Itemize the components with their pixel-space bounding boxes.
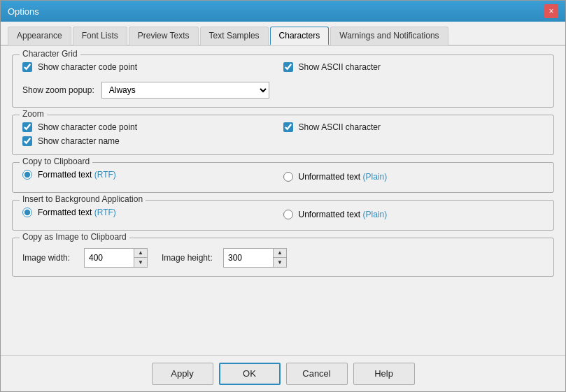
image-width-buttons: ▲ ▼ [134,249,147,267]
insert-background-label: Insert to Background Application [20,194,146,204]
insert-formatted-radio[interactable] [22,208,32,217]
image-height-down[interactable]: ▼ [274,258,286,267]
insert-background-group: Insert to Background Application Formatt… [12,200,554,231]
close-button[interactable]: × [544,4,558,18]
tab-text-samples[interactable]: Text Samples [200,27,269,45]
insert-formatted-text: Formatted text [38,208,94,217]
footer: Apply OK Cancel Help [1,355,565,391]
show-ascii-checkbox[interactable] [283,62,293,72]
options-window: Options × Appearance Font Lists Preview … [0,0,566,392]
clipboard-formatted-radio[interactable] [22,170,32,180]
tab-font-lists[interactable]: Font Lists [73,27,127,45]
character-grid-label: Character Grid [20,49,80,59]
show-code-point-row: Show character code point [22,62,283,72]
zoom-ascii-label[interactable]: Show ASCII character [299,122,381,132]
zoom-ascii-row: Show ASCII character [283,122,544,132]
clipboard-formatted-row: Formatted text (RTF) [22,170,283,180]
zoom-ascii-checkbox[interactable] [283,122,293,132]
show-code-point-label[interactable]: Show character code point [38,62,137,72]
clipboard-unformatted-row: Unformatted text (Plain) [283,172,544,182]
image-width-field: Image width: ▲ ▼ [22,248,148,268]
image-width-label: Image width: [22,253,78,263]
cancel-button[interactable]: Cancel [286,363,348,385]
insert-plain-label: (Plain) [363,210,388,219]
insert-unformatted-label[interactable]: Unformatted text (Plain) [299,210,388,219]
image-width-input[interactable] [85,249,134,267]
image-height-label: Image height: [162,253,218,263]
show-ascii-label[interactable]: Show ASCII character [299,62,381,72]
image-height-spinner: ▲ ▼ [223,248,287,268]
image-height-up[interactable]: ▲ [274,249,286,258]
window-title: Options [8,6,39,17]
tab-characters[interactable]: Characters [270,27,330,45]
copy-clipboard-label: Copy to Clipboard [20,157,92,166]
zoom-code-point-checkbox[interactable] [22,122,32,132]
clipboard-rtf-label: (RTF) [94,170,116,180]
zoom-group-label: Zoom [20,109,47,119]
clipboard-formatted-text: Formatted text [38,170,94,180]
zoom-group: Zoom Show character code point Show ASCI… [12,115,554,155]
image-fields-row: Image width: ▲ ▼ Image height: ▲ [22,248,544,268]
clipboard-formatted-label[interactable]: Formatted text (RTF) [38,170,116,180]
clipboard-unformatted-label[interactable]: Unformatted text (Plain) [299,172,388,182]
image-width-up[interactable]: ▲ [134,249,147,258]
tab-preview-texts[interactable]: Preview Texts [129,27,199,45]
clipboard-unformatted-radio[interactable] [283,172,293,182]
apply-button[interactable]: Apply [152,363,213,385]
zoom-code-point-row: Show character code point [22,122,283,132]
show-ascii-row: Show ASCII character [283,62,544,72]
title-bar: Options × [1,1,565,22]
tab-content: Character Grid Show character code point… [1,46,565,355]
zoom-popup-row: Show zoom popup: Always Never On hover [22,82,544,99]
zoom-name-row: Show character name [22,136,544,146]
insert-rtf-label: (RTF) [94,208,116,217]
insert-formatted-row: Formatted text (RTF) [22,208,283,217]
character-grid-group: Character Grid Show character code point… [12,55,554,108]
tab-appearance[interactable]: Appearance [8,27,71,45]
zoom-code-point-label[interactable]: Show character code point [38,122,137,132]
insert-unformatted-radio[interactable] [283,210,293,219]
insert-unformatted-text: Unformatted text [299,210,363,219]
zoom-name-checkbox[interactable] [22,136,32,146]
show-code-point-checkbox[interactable] [22,62,32,72]
insert-formatted-label[interactable]: Formatted text (RTF) [38,208,116,217]
image-width-down[interactable]: ▼ [134,258,147,267]
insert-background-row: Formatted text (RTF) Unformatted text (P… [22,208,544,222]
insert-unformatted-row: Unformatted text (Plain) [283,210,544,219]
zoom-name-label[interactable]: Show character name [38,136,120,146]
clipboard-plain-label: (Plain) [363,172,388,182]
image-height-input[interactable] [224,249,273,267]
tab-warnings[interactable]: Warnings and Notifications [330,27,448,45]
copy-clipboard-row: Formatted text (RTF) Unformatted text (P… [22,170,544,184]
image-height-buttons: ▲ ▼ [273,249,286,267]
help-button[interactable]: Help [353,363,415,385]
image-height-field: Image height: ▲ ▼ [162,248,287,268]
copy-image-label: Copy as Image to Clipboard [20,232,129,242]
tabs-bar: Appearance Font Lists Preview Texts Text… [1,22,565,46]
ok-button[interactable]: OK [219,363,281,385]
copy-clipboard-group: Copy to Clipboard Formatted text (RTF) U… [12,162,554,193]
zoom-popup-label: Show zoom popup: [22,85,94,95]
zoom-popup-select[interactable]: Always Never On hover [101,82,269,99]
char-grid-row1: Show character code point Show ASCII cha… [22,62,544,72]
copy-image-group: Copy as Image to Clipboard Image width: … [12,238,554,277]
clipboard-unformatted-text: Unformatted text [299,172,363,182]
image-width-spinner: ▲ ▼ [84,248,148,268]
zoom-row1: Show character code point Show ASCII cha… [22,122,544,132]
